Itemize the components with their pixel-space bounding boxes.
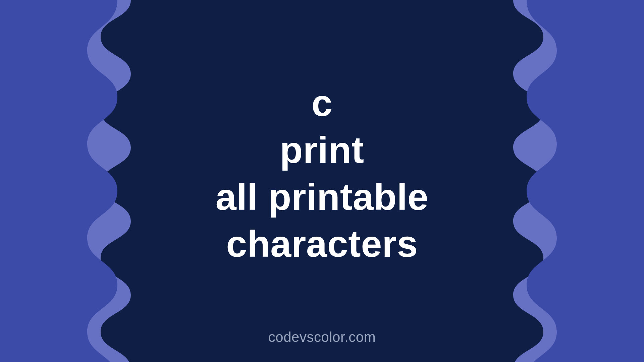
left-wave-light [0, 0, 131, 362]
hero-title: c print all printable characters [215, 80, 428, 267]
title-line-2: print [215, 127, 428, 174]
right-panel [483, 0, 644, 362]
right-wave-light [513, 0, 644, 362]
site-watermark: codevscolor.com [268, 329, 376, 345]
left-panel [0, 0, 161, 362]
title-line-4: characters [215, 221, 428, 267]
right-wave-dark [527, 0, 644, 362]
title-line-3: all printable [215, 174, 428, 221]
title-line-1: c [215, 80, 428, 127]
left-wave-dark [0, 0, 117, 362]
